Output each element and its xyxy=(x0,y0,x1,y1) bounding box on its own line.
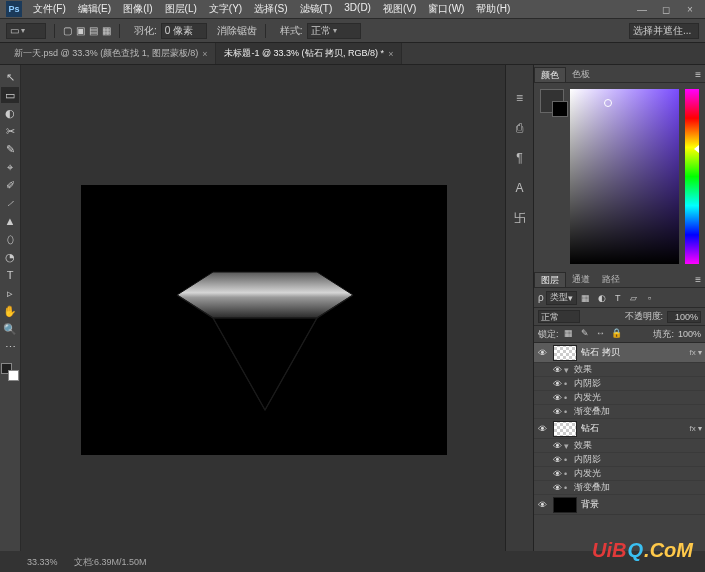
tab-color[interactable]: 颜色 xyxy=(534,67,566,82)
maximize-button[interactable]: ◻ xyxy=(657,4,675,15)
collapsed-panel-icon[interactable]: A xyxy=(511,179,529,197)
document-tab[interactable]: 新一天.psd @ 33.3% (颜色查找 1, 图层蒙板/8)× xyxy=(6,43,216,64)
tool[interactable]: ◐ xyxy=(1,105,19,121)
tool[interactable]: ✋ xyxy=(1,303,19,319)
visibility-icon[interactable]: 👁 xyxy=(550,455,564,465)
visibility-icon[interactable]: 👁 xyxy=(535,424,549,434)
filter-adjust-icon[interactable]: ◐ xyxy=(595,291,609,305)
collapsed-panel-icon[interactable]: ⎙ xyxy=(511,119,529,137)
opacity-input[interactable]: 100% xyxy=(667,311,701,323)
close-tab-icon[interactable]: × xyxy=(388,49,393,59)
visibility-icon[interactable]: 👁 xyxy=(550,469,564,479)
fx-row[interactable]: 👁•内阴影 xyxy=(534,453,705,467)
tool[interactable]: ✐ xyxy=(1,177,19,193)
menu-item[interactable]: 编辑(E) xyxy=(73,0,116,18)
zoom-level[interactable]: 33.33% xyxy=(27,557,58,567)
filter-type-select[interactable]: 类型 ▾ xyxy=(546,291,577,305)
layer-row[interactable]: 👁 背景 xyxy=(534,495,705,515)
fx-badge[interactable]: fx ▾ xyxy=(690,348,704,357)
collapsed-panel-icon[interactable]: ¶ xyxy=(511,149,529,167)
canvas-area[interactable] xyxy=(21,65,505,551)
menu-item[interactable]: 图像(I) xyxy=(118,0,157,18)
filter-pixel-icon[interactable]: ▦ xyxy=(579,291,593,305)
lock-pos-icon[interactable]: ↔ xyxy=(595,328,607,340)
collapsed-panel-icon[interactable]: 卐 xyxy=(511,209,529,227)
fx-row[interactable]: 👁•渐变叠加 xyxy=(534,405,705,419)
tool[interactable]: ▲ xyxy=(1,213,19,229)
filter-shape-icon[interactable]: ▱ xyxy=(627,291,641,305)
visibility-icon[interactable]: 👁 xyxy=(535,348,549,358)
panel-menu-icon[interactable]: ≡ xyxy=(695,274,701,285)
close-button[interactable]: × xyxy=(681,4,699,15)
visibility-icon[interactable]: 👁 xyxy=(550,365,564,375)
tab-layers[interactable]: 图层 xyxy=(534,272,566,287)
tool[interactable]: ▭ xyxy=(1,87,19,103)
menu-item[interactable]: 滤镜(T) xyxy=(295,0,338,18)
minimize-button[interactable]: — xyxy=(633,4,651,15)
tab-swatches[interactable]: 色板 xyxy=(566,67,596,82)
menu-item[interactable]: 文件(F) xyxy=(28,0,71,18)
fx-badge[interactable]: fx ▾ xyxy=(690,424,704,433)
filter-smart-icon[interactable]: ▫ xyxy=(643,291,657,305)
tool-preset[interactable]: ▭ ▾ xyxy=(6,23,46,39)
antialias-label[interactable]: 消除锯齿 xyxy=(217,24,257,38)
document-tab[interactable]: 未标题-1 @ 33.3% (钻石 拷贝, RGB/8) *× xyxy=(216,43,402,64)
tool[interactable]: ⋯ xyxy=(1,339,19,355)
collapsed-panel-icon[interactable]: ≡ xyxy=(511,89,529,107)
visibility-icon[interactable]: 👁 xyxy=(550,483,564,493)
layer-name[interactable]: 钻石 xyxy=(581,422,690,435)
visibility-icon[interactable]: 👁 xyxy=(550,441,564,451)
menu-item[interactable]: 选择(S) xyxy=(249,0,292,18)
panel-menu-icon[interactable]: ≡ xyxy=(695,69,701,80)
tool[interactable]: ⬯ xyxy=(1,231,19,247)
visibility-icon[interactable]: 👁 xyxy=(550,393,564,403)
layer-name[interactable]: 钻石 拷贝 xyxy=(581,346,690,359)
bool-new[interactable]: ▢ xyxy=(63,25,72,36)
menu-item[interactable]: 图层(L) xyxy=(160,0,202,18)
fx-row[interactable]: 👁•内阴影 xyxy=(534,377,705,391)
fx-row[interactable]: 👁▾效果 xyxy=(534,363,705,377)
style-select[interactable]: 正常▾ xyxy=(307,23,361,39)
fx-row[interactable]: 👁•渐变叠加 xyxy=(534,481,705,495)
tool[interactable]: ✂ xyxy=(1,123,19,139)
tab-channels[interactable]: 通道 xyxy=(566,272,596,287)
layer-row[interactable]: 👁 钻石 fx ▾ xyxy=(534,419,705,439)
close-tab-icon[interactable]: × xyxy=(202,49,207,59)
bool-add[interactable]: ▣ xyxy=(76,25,85,36)
bool-sub[interactable]: ▤ xyxy=(89,25,98,36)
menu-item[interactable]: 视图(V) xyxy=(378,0,421,18)
tool[interactable]: ↖ xyxy=(1,69,19,85)
bool-int[interactable]: ▦ xyxy=(102,25,111,36)
color-field[interactable] xyxy=(570,89,679,264)
layer-name[interactable]: 背景 xyxy=(581,498,704,511)
tool[interactable]: ✎ xyxy=(1,141,19,157)
tool[interactable]: T xyxy=(1,267,19,283)
visibility-icon[interactable]: 👁 xyxy=(550,407,564,417)
menu-item[interactable]: 帮助(H) xyxy=(471,0,515,18)
fx-row[interactable]: 👁•内发光 xyxy=(534,391,705,405)
select-mask-button[interactable]: 选择并遮住... xyxy=(629,23,699,39)
lock-paint-icon[interactable]: ✎ xyxy=(579,328,591,340)
menu-item[interactable]: 窗口(W) xyxy=(423,0,469,18)
menu-item[interactable]: 3D(D) xyxy=(339,0,376,18)
blend-mode-select[interactable]: 正常 xyxy=(538,310,580,323)
tool[interactable]: ⌖ xyxy=(1,159,19,175)
fx-row[interactable]: 👁•内发光 xyxy=(534,467,705,481)
lock-trans-icon[interactable]: ▦ xyxy=(563,328,575,340)
fill-input[interactable]: 100% xyxy=(678,329,701,339)
tool[interactable]: 🔍 xyxy=(1,321,19,337)
menu-item[interactable]: 文字(Y) xyxy=(204,0,247,18)
visibility-icon[interactable]: 👁 xyxy=(535,500,549,510)
filter-type-icon[interactable]: T xyxy=(611,291,625,305)
tab-paths[interactable]: 路径 xyxy=(596,272,626,287)
fx-row[interactable]: 👁▾效果 xyxy=(534,439,705,453)
tool[interactable]: ▹ xyxy=(1,285,19,301)
layer-row[interactable]: 👁 钻石 拷贝 fx ▾ xyxy=(534,343,705,363)
hue-slider[interactable] xyxy=(685,89,699,264)
lock-all-icon[interactable]: 🔒 xyxy=(611,328,623,340)
tool[interactable]: ⟋ xyxy=(1,195,19,211)
color-swatches[interactable] xyxy=(540,89,564,113)
feather-input[interactable]: 0 像素 xyxy=(161,23,207,39)
fg-bg-swatches[interactable] xyxy=(1,363,19,381)
tool[interactable]: ◔ xyxy=(1,249,19,265)
